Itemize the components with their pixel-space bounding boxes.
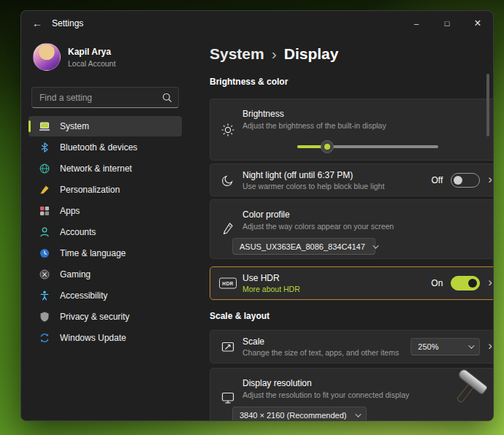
user-account-type: Local Account (68, 59, 115, 68)
color-profile-title: Color profile (243, 209, 290, 220)
accessibility-icon (39, 290, 50, 301)
bluetooth-icon (39, 142, 50, 153)
scale-title: Scale (243, 336, 264, 347)
sidebar-item-label: Personalization (60, 185, 120, 195)
sidebar-item-label: Bluetooth & devices (60, 142, 137, 153)
breadcrumb-parent[interactable]: System (210, 45, 264, 63)
back-button[interactable]: ← (28, 15, 46, 31)
sidebar-item-network-internet[interactable]: Network & internet (28, 158, 182, 179)
brightness-title: Brightness (243, 109, 284, 119)
scale-card[interactable]: Scale Change the size of text, apps, and… (210, 330, 494, 363)
sidebar: Kapil Arya Local Account System Bluetoot… (21, 36, 189, 420)
sidebar-item-time-language[interactable]: Time & language (28, 243, 182, 263)
night-light-icon (221, 173, 235, 188)
sidebar-item-label: Accessibility (60, 290, 107, 301)
night-light-state: Off (432, 175, 443, 185)
search-box[interactable] (31, 87, 179, 108)
titlebar: ← Settings – □ × (21, 11, 493, 36)
chevron-down-icon (355, 411, 361, 417)
sidebar-item-label: System (60, 121, 89, 131)
sidebar-item-system[interactable]: System (28, 116, 182, 136)
chevron-right-icon: › (488, 339, 492, 354)
brightness-slider-track[interactable] (297, 145, 438, 148)
display-resolution-value: 3840 × 2160 (Recommended) (240, 411, 346, 420)
sidebar-item-label: Time & language (60, 248, 126, 258)
display-resolution-dropdown[interactable]: 3840 × 2160 (Recommended) (232, 407, 367, 421)
minimize-button[interactable]: – (401, 11, 432, 35)
selected-indicator (28, 120, 31, 132)
globe-icon (39, 163, 50, 174)
brightness-slider[interactable] (297, 140, 438, 153)
search-input[interactable] (39, 88, 156, 107)
brightness-subtitle: Adjust the brightness of the built-in di… (243, 121, 386, 130)
sidebar-nav: System Bluetooth & devices Network & int… (28, 116, 182, 349)
scale-icon (221, 339, 235, 354)
system-icon (39, 120, 50, 132)
desktop-wallpaper: { "colors": { "accent": "#b9d43a", "hdr_… (0, 0, 504, 435)
sidebar-item-label: Network & internet (60, 163, 132, 174)
use-hdr-toggle[interactable] (451, 276, 480, 290)
toggle-knob (454, 176, 462, 185)
user-name: Kapil Arya (68, 47, 111, 57)
sidebar-item-accessibility[interactable]: Accessibility (28, 285, 182, 306)
color-profile-icon (221, 222, 235, 236)
sidebar-item-accounts[interactable]: Accounts (28, 222, 182, 242)
chevron-down-icon (468, 342, 474, 348)
display-resolution-card: Display resolution Adjust the resolution… (210, 368, 494, 421)
sidebar-item-apps[interactable]: Apps (28, 201, 182, 221)
close-button[interactable]: × (462, 11, 493, 35)
night-light-card[interactable]: Night light (off until 6:37 PM) Use warm… (210, 163, 494, 196)
scale-value: 250% (418, 342, 438, 351)
chevron-right-icon: › (488, 276, 492, 290)
window-title: Settings (52, 18, 83, 28)
display-resolution-title: Display resolution (243, 378, 312, 388)
color-profile-value: ASUS_UX363EA_8086_834C4147 (240, 242, 365, 251)
brightness-slider-thumb[interactable] (321, 140, 334, 153)
main-content: System › Display Brightness & color Brig… (189, 36, 493, 420)
display-icon (221, 390, 235, 405)
toggle-knob (468, 279, 477, 288)
sidebar-item-personalization[interactable]: Personalization (28, 180, 182, 200)
search-icon (161, 92, 173, 104)
sidebar-item-bluetooth-devices[interactable]: Bluetooth & devices (28, 137, 182, 158)
night-light-title: Night light (off until 6:37 PM) (243, 170, 353, 180)
settings-window: ← Settings – □ × Kapil Arya Local Accoun… (20, 10, 494, 421)
person-icon (39, 226, 50, 238)
night-light-subtitle: Use warmer colors to help block blue lig… (243, 182, 384, 190)
chevron-down-icon (373, 242, 378, 248)
display-resolution-subtitle: Adjust the resolution to fit your connec… (243, 390, 409, 399)
close-icon: × (474, 17, 481, 30)
night-light-toggle[interactable] (451, 173, 480, 188)
scale-dropdown[interactable]: 250% (411, 338, 480, 355)
use-hdr-title: Use HDR (243, 273, 280, 283)
more-about-hdr-link[interactable]: More about HDR (243, 285, 300, 293)
sidebar-item-label: Apps (60, 206, 80, 216)
maximize-icon: □ (445, 19, 450, 28)
use-hdr-state: On (431, 278, 443, 288)
update-icon (39, 332, 50, 344)
section-scale-layout: Scale & layout (210, 311, 494, 321)
shield-icon (39, 311, 50, 323)
breadcrumb: System › Display (210, 45, 338, 63)
scale-subtitle: Change the size of text, apps, and other… (243, 348, 399, 357)
maximize-button[interactable]: □ (432, 11, 462, 35)
avatar (33, 43, 61, 71)
color-profile-subtitle: Adjust the way colors appear on your scr… (243, 222, 394, 231)
sidebar-item-gaming[interactable]: Gaming (28, 264, 182, 285)
sidebar-item-label: Windows Update (60, 333, 126, 343)
section-brightness-color: Brightness & color (210, 77, 494, 87)
sidebar-item-windows-update[interactable]: Windows Update (28, 328, 182, 348)
sidebar-item-privacy-security[interactable]: Privacy & security (28, 307, 182, 327)
clock-icon (39, 247, 50, 259)
hdr-icon: HDR (219, 278, 236, 289)
apps-grid-icon (39, 205, 50, 217)
xbox-icon (39, 269, 50, 280)
chevron-right-icon: › (488, 173, 492, 188)
page-title: Display (284, 45, 339, 63)
sidebar-item-label: Accounts (60, 227, 96, 237)
color-profile-dropdown[interactable]: ASUS_UX363EA_8086_834C4147 (232, 238, 375, 255)
scrollbar-thumb[interactable] (486, 74, 489, 136)
minimize-icon: – (414, 19, 419, 28)
back-icon: ← (32, 18, 42, 29)
use-hdr-card[interactable]: HDR Use HDR More about HDR On › (210, 266, 494, 300)
